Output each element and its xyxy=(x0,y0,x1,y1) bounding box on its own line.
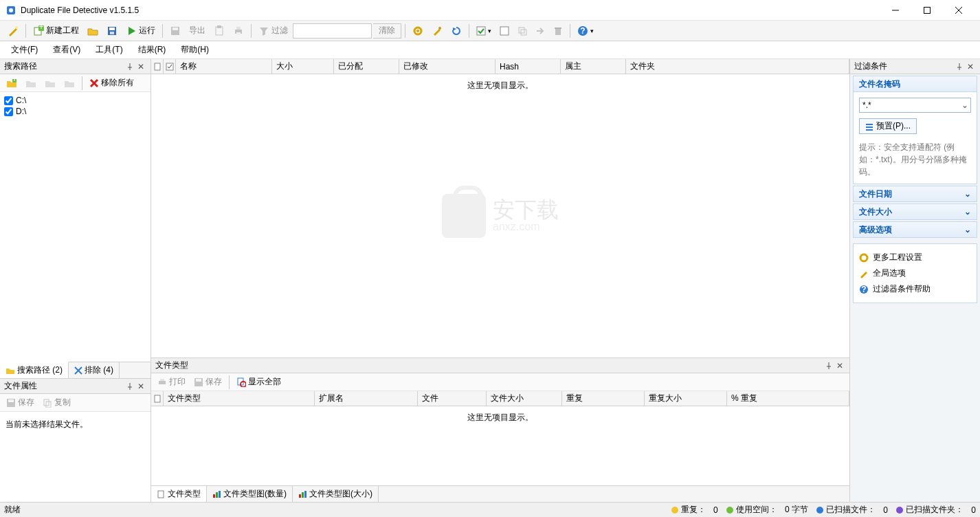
add-network-button[interactable] xyxy=(22,75,40,91)
check-all-button[interactable]: ▾ xyxy=(473,23,495,39)
filter-input[interactable] xyxy=(293,23,372,38)
close-icon[interactable]: ✕ xyxy=(965,61,976,72)
svg-marker-24 xyxy=(453,28,456,31)
show-all-button[interactable]: 显示全部 xyxy=(233,374,285,390)
link-filter-help[interactable]: ?过滤器条件帮助 xyxy=(859,281,971,297)
menu-file[interactable]: 文件(F) xyxy=(4,42,45,58)
toolbar-separator xyxy=(162,24,163,38)
pin-icon[interactable] xyxy=(954,61,965,72)
wizard-button[interactable] xyxy=(4,23,22,39)
remove-all-label: 移除所有 xyxy=(101,77,134,89)
tab-file-type[interactable]: 文件类型 xyxy=(151,486,207,502)
col-dup[interactable]: 重复 xyxy=(562,391,645,406)
file-types-grid-body: 这里无项目显示。 xyxy=(151,406,849,485)
copy-checked-button[interactable] xyxy=(514,23,531,39)
col-folder[interactable]: 文件夹 xyxy=(626,59,849,74)
acc-filename-mask[interactable]: 文件名掩码 xyxy=(853,76,977,92)
options-button[interactable] xyxy=(428,23,446,39)
col-files[interactable]: 文件 xyxy=(418,391,487,406)
mask-input[interactable] xyxy=(859,98,971,113)
run-button[interactable]: 运行 xyxy=(122,23,159,39)
col-hash[interactable]: Hash xyxy=(495,59,561,74)
link-global-options[interactable]: 全局选项 xyxy=(859,265,971,281)
help-button[interactable]: ?▾ xyxy=(574,23,597,39)
col-check[interactable] xyxy=(164,59,176,74)
tab-chart-size[interactable]: 文件类型图(大小) xyxy=(293,486,379,502)
col-name[interactable]: 名称 xyxy=(176,59,272,74)
col-alloc[interactable]: 已分配 xyxy=(334,59,399,74)
close-icon[interactable]: ✕ xyxy=(834,360,845,371)
delete-checked-button[interactable] xyxy=(550,23,566,39)
maximize-button[interactable] xyxy=(911,0,943,21)
close-icon[interactable]: ✕ xyxy=(135,61,146,72)
acc-filename-mask-body: ⌄ 预置(P)... 提示：安全支持通配符 (例如：*.txt)。用分号分隔多种… xyxy=(853,92,977,184)
tab-chart-count[interactable]: 文件类型图(数量) xyxy=(207,486,293,502)
uncheck-all-button[interactable] xyxy=(496,23,513,39)
status-used-space: 使用空间： 0 字节 xyxy=(726,504,808,516)
close-button[interactable] xyxy=(943,0,975,21)
print-button[interactable] xyxy=(230,23,247,39)
path-list: C:\ D:\ xyxy=(0,92,151,362)
search-paths-header: 搜索路径 ✕ xyxy=(0,59,151,74)
col-fsize[interactable]: 文件大小 xyxy=(487,391,562,406)
remove-path-button[interactable] xyxy=(60,75,78,91)
clear-filter-button[interactable]: 清除 xyxy=(373,23,401,38)
file-attributes-header: 文件属性 ✕ xyxy=(0,379,151,394)
menu-tools[interactable]: 工具(T) xyxy=(89,42,129,58)
svg-text:+: + xyxy=(38,25,43,32)
col-icon[interactable] xyxy=(151,59,164,74)
new-project-button[interactable]: +新建工程 xyxy=(30,23,82,39)
tab-exclude[interactable]: 排除 (4) xyxy=(69,362,120,378)
acc-file-date[interactable]: 文件日期⌄ xyxy=(853,186,977,202)
link-more-settings[interactable]: 更多工程设置 xyxy=(859,250,971,265)
menu-view[interactable]: 查看(V) xyxy=(46,42,87,58)
minimize-button[interactable] xyxy=(880,0,911,21)
export-clipboard-button[interactable] xyxy=(210,23,228,39)
col-dsize[interactable]: 重复大小 xyxy=(645,391,727,406)
chevron-down-icon: ⌄ xyxy=(964,189,971,199)
tab-search-paths[interactable]: 搜索路径 (2) xyxy=(0,362,69,378)
col-modified[interactable]: 已修改 xyxy=(399,59,495,74)
refresh-button[interactable] xyxy=(447,23,465,39)
menu-results[interactable]: 结果(R) xyxy=(131,42,173,58)
acc-file-size[interactable]: 文件大小⌄ xyxy=(853,204,977,220)
remove-all-button[interactable]: 移除所有 xyxy=(86,75,137,91)
save-project-button[interactable] xyxy=(103,23,121,39)
move-checked-button[interactable] xyxy=(532,23,548,39)
svg-rect-56 xyxy=(299,494,301,498)
col-pct[interactable]: % 重复 xyxy=(727,391,849,406)
attr-copy-button[interactable]: 复制 xyxy=(39,395,74,411)
filter-button[interactable]: 过滤 xyxy=(255,23,291,39)
col-type[interactable]: 文件类型 xyxy=(164,391,315,406)
svg-rect-52 xyxy=(158,491,164,498)
preset-button[interactable]: 预置(P)... xyxy=(859,118,917,134)
col-icon[interactable] xyxy=(151,391,164,406)
watermark: 安下载anxz.com xyxy=(442,194,559,238)
path-item[interactable]: D:\ xyxy=(4,106,146,117)
path-checkbox[interactable] xyxy=(4,107,13,116)
save-results-button[interactable] xyxy=(166,23,184,39)
filter-label: 过滤 xyxy=(271,25,288,36)
right-column: 过滤条件 ✕ 文件名掩码 ⌄ 预置(P)... 提示：安全支持通配符 (例如：*… xyxy=(849,59,980,502)
bottom-print-button[interactable]: 打印 xyxy=(154,374,189,390)
settings-button[interactable] xyxy=(409,23,427,39)
menu-help[interactable]: 帮助(H) xyxy=(174,42,216,58)
pin-icon[interactable] xyxy=(823,360,834,371)
export-button[interactable]: 导出 xyxy=(186,23,209,39)
close-icon[interactable]: ✕ xyxy=(135,381,146,392)
path-item[interactable]: C:\ xyxy=(4,95,146,106)
file-types-body: 文件类型 扩展名 文件 文件大小 重复 重复大小 % 重复 这里无项目显示。 xyxy=(151,391,849,485)
edit-path-button[interactable] xyxy=(41,75,59,91)
acc-advanced[interactable]: 高级选项⌄ xyxy=(853,221,977,238)
col-ext[interactable]: 扩展名 xyxy=(315,391,418,406)
col-size[interactable]: 大小 xyxy=(272,59,334,74)
col-owner[interactable]: 属主 xyxy=(561,59,626,74)
bottom-save-button[interactable]: 保存 xyxy=(190,374,225,390)
attr-save-button[interactable]: 保存 xyxy=(3,395,38,411)
file-types-toolbar: 打印 保存 显示全部 xyxy=(151,373,849,391)
open-project-button[interactable] xyxy=(84,23,102,39)
path-checkbox[interactable] xyxy=(4,96,13,105)
add-path-button[interactable]: + xyxy=(3,75,21,91)
pin-icon[interactable] xyxy=(124,61,135,72)
pin-icon[interactable] xyxy=(124,381,135,392)
